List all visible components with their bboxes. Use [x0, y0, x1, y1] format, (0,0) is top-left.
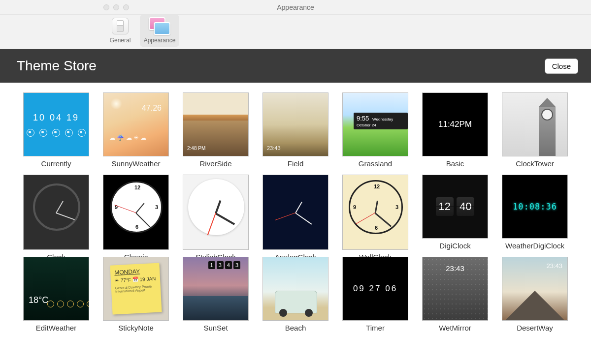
- theme-sunset[interactable]: 1 3 4 3 SunSet: [183, 257, 249, 332]
- weather-icon: [78, 129, 86, 137]
- theme-name: Field: [263, 156, 328, 168]
- clock-face-icon: [271, 182, 321, 232]
- clock-readout: 23:43: [423, 264, 488, 273]
- theme-thumbnail: [23, 175, 89, 250]
- clock-readout: 10 04 19: [33, 113, 79, 123]
- theme-thumbnail: [502, 92, 568, 156]
- theme-stylishclock[interactable]: StylishClock: [183, 175, 249, 250]
- theme-currently[interactable]: 10 04 19 Currently: [23, 92, 89, 168]
- weather-icon: [27, 129, 34, 137]
- window-controls: [103, 4, 129, 10]
- theme-thumbnail: 12 3 6 9: [103, 175, 169, 250]
- clock-widget: 9:55 Wednesday October 24: [354, 113, 408, 129]
- clock-readout: 2:48 PM: [187, 146, 205, 151]
- theme-name: DigiClock: [422, 239, 488, 250]
- theme-thumbnail: 09 27 06: [342, 257, 408, 321]
- theme-store-title: Theme Store: [17, 58, 97, 74]
- theme-field[interactable]: 23:43 Field: [263, 92, 328, 168]
- clock-readout: 23:43: [267, 145, 281, 151]
- theme-desertway[interactable]: 23:43 DesertWay: [502, 257, 568, 332]
- theme-thumbnail: 10:08:36: [502, 175, 568, 239]
- theme-thumbnail: 23:43: [502, 257, 568, 321]
- weather-icon: [47, 301, 54, 307]
- day-readout: MONDAY: [114, 267, 156, 276]
- clock-readout: 09 27 06: [353, 284, 397, 294]
- weather-icons-row: ☁ ☔ ☁ ☀ ☁: [109, 134, 146, 141]
- theme-thumbnail: 12 40: [422, 175, 488, 239]
- weather-icon: [65, 129, 73, 137]
- theme-thumbnail: 2:48 PM: [183, 92, 249, 156]
- weather-icon: [67, 301, 74, 307]
- theme-basic[interactable]: 11:42PM Basic: [422, 92, 488, 168]
- theme-name: RiverSide: [183, 156, 249, 168]
- theme-name: Timer: [342, 321, 408, 332]
- close-button[interactable]: Close: [545, 59, 578, 74]
- weather-icon: [39, 129, 47, 137]
- theme-thumbnail: [263, 257, 328, 321]
- road-icon: [505, 291, 564, 320]
- tab-general-label: General: [100, 37, 140, 44]
- theme-clocktower[interactable]: ClockTower: [502, 92, 568, 168]
- theme-stickynote[interactable]: MONDAY ☀ 77°F 📅 19 JAN General Downey Pe…: [103, 257, 169, 332]
- theme-thumbnail: [183, 175, 249, 250]
- theme-digiclock[interactable]: 12 40 DigiClock: [422, 175, 488, 250]
- weather-icon: [77, 301, 84, 307]
- theme-thumbnail: 23:43: [263, 92, 328, 156]
- theme-classic[interactable]: 12 3 6 9 Classic: [103, 175, 169, 250]
- date-readout: 19 JAN: [139, 276, 156, 282]
- close-window-icon[interactable]: [103, 4, 109, 10]
- weather-icons-row: [27, 129, 86, 137]
- flip-digit: 4: [225, 261, 232, 269]
- theme-analogclock[interactable]: AnalogClock: [263, 175, 328, 250]
- theme-thumbnail: MONDAY ☀ 77°F 📅 19 JAN General Downey Pe…: [103, 257, 169, 321]
- theme-beach[interactable]: Beach: [263, 257, 328, 332]
- theme-timer[interactable]: 09 27 06 Timer: [342, 257, 408, 332]
- theme-thumbnail: 23:43: [422, 257, 488, 321]
- clock-face-icon: [541, 109, 553, 121]
- theme-clock[interactable]: Clock: [23, 175, 89, 250]
- theme-thumbnail: 11:42PM: [422, 92, 488, 156]
- theme-thumbnail: 10 04 19: [23, 92, 89, 156]
- clock-readout: 10:08:36: [513, 202, 557, 212]
- theme-riverside[interactable]: 2:48 PM RiverSide: [183, 92, 249, 168]
- tab-appearance[interactable]: Appearance: [140, 15, 179, 47]
- theme-sunnyweather[interactable]: 47.26 ☁ ☔ ☁ ☀ ☁ SunnyWeather: [103, 92, 169, 168]
- tab-general[interactable]: General: [100, 15, 140, 47]
- clock-face-icon: [188, 179, 244, 235]
- zoom-window-icon[interactable]: [123, 4, 129, 10]
- minimize-window-icon[interactable]: [113, 4, 119, 10]
- theme-name: Beach: [263, 321, 328, 332]
- theme-name: Currently: [23, 156, 89, 168]
- theme-name: StickyNote: [103, 321, 169, 332]
- theme-name: WeatherDigiClock: [502, 239, 568, 250]
- theme-wallclock[interactable]: 12 3 6 9 WallClock: [342, 175, 408, 250]
- theme-name: ClockTower: [502, 156, 568, 168]
- flip-digit: 1: [208, 261, 215, 269]
- theme-name: DesertWay: [502, 321, 568, 332]
- theme-thumbnail: 47.26 ☁ ☔ ☁ ☀ ☁: [103, 92, 169, 156]
- theme-name: Basic: [422, 156, 488, 168]
- flip-digit-hours: 12: [436, 197, 454, 216]
- theme-weatherdigiclock[interactable]: 10:08:36 WeatherDigiClock: [502, 175, 568, 250]
- temperature-readout: 47.26: [142, 104, 162, 113]
- theme-grassland[interactable]: 9:55 Wednesday October 24 Grassland: [342, 92, 408, 168]
- sun-icon: [110, 98, 122, 110]
- window-titlebar: Appearance: [0, 0, 591, 15]
- pictures-icon: [149, 17, 170, 35]
- weather-icon: [57, 301, 64, 307]
- theme-name: Grassland: [342, 156, 408, 168]
- flip-digit-minutes: 40: [457, 197, 474, 216]
- theme-wetmirror[interactable]: 23:43 WetMirror: [422, 257, 488, 332]
- theme-name: SunSet: [183, 321, 249, 332]
- switch-icon: [112, 18, 129, 34]
- theme-name: EditWeather: [23, 321, 89, 332]
- clock-face-icon: 12 3 6 9: [110, 181, 163, 233]
- theme-grid: 10 04 19 Currently 47.26 ☁ ☔ ☁ ☀ ☁ Sunny…: [0, 83, 591, 332]
- temperature-readout: 77°F: [121, 277, 131, 283]
- theme-thumbnail: 1 3 4 3: [183, 257, 249, 321]
- theme-thumbnail: 12 3 6 9: [342, 175, 408, 250]
- theme-editweather[interactable]: 18°C EditWeather: [23, 257, 89, 332]
- theme-name: SunnyWeather: [103, 156, 169, 168]
- theme-name: WetMirror: [422, 321, 488, 332]
- sticky-note-icon: MONDAY ☀ 77°F 📅 19 JAN General Downey Pe…: [110, 263, 162, 314]
